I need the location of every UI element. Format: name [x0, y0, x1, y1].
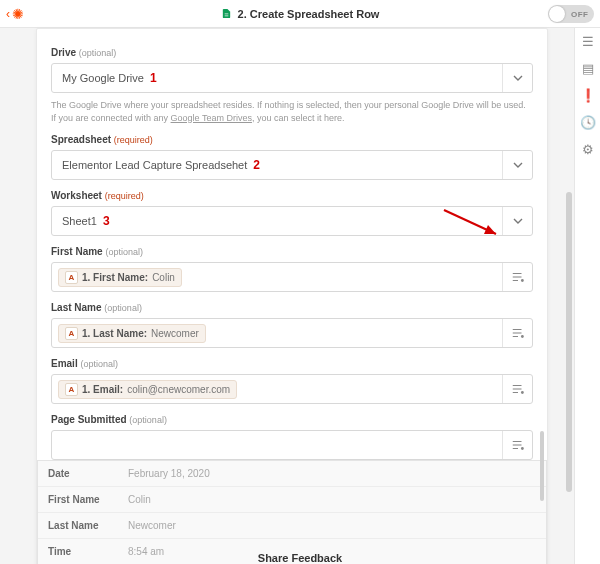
google-team-drives-link[interactable]: Google Team Drives	[171, 113, 252, 123]
preview-row: DateFebruary 18, 2020	[38, 460, 546, 486]
drive-value: My Google Drive	[62, 72, 144, 84]
page-scrollbar[interactable]	[566, 192, 572, 492]
last-name-label: Last Name (optional)	[51, 302, 533, 313]
google-sheets-icon	[221, 8, 232, 19]
annotation-2: 2	[253, 158, 260, 172]
annotation-3: 3	[103, 214, 110, 228]
clock-icon[interactable]: 🕓	[580, 115, 596, 130]
alert-icon[interactable]: ❗	[580, 88, 596, 103]
email-label: Email (optional)	[51, 358, 533, 369]
chevron-down-icon	[502, 64, 532, 92]
svg-point-3	[520, 279, 523, 282]
email-input[interactable]: A 1. Email: colin@cnewcomer.com	[51, 374, 533, 404]
gear-icon[interactable]: ⚙	[582, 142, 594, 157]
card-scrollbar[interactable]	[540, 431, 544, 501]
share-feedback-link[interactable]: Share Feedback	[0, 542, 600, 564]
preview-row: First NameColin	[38, 486, 546, 512]
svg-point-11	[520, 391, 523, 394]
insert-data-icon[interactable]	[502, 319, 532, 347]
page-submitted-input[interactable]	[51, 430, 533, 460]
first-name-input[interactable]: A 1. First Name: Colin	[51, 262, 533, 292]
back-icon[interactable]: ‹	[6, 7, 10, 21]
chevron-down-icon	[502, 207, 532, 235]
last-name-mapped-pill[interactable]: A 1. Last Name: Newcomer	[58, 324, 206, 343]
svg-point-7	[520, 335, 523, 338]
worksheet-label: Worksheet (required)	[51, 190, 533, 201]
chevron-down-icon	[502, 151, 532, 179]
page-submitted-label: Page Submitted (optional)	[51, 414, 533, 425]
right-icon-rail: ☰ ▤ ❗ 🕓 ⚙	[574, 28, 600, 564]
email-mapped-pill[interactable]: A 1. Email: colin@cnewcomer.com	[58, 380, 237, 399]
last-name-input[interactable]: A 1. Last Name: Newcomer	[51, 318, 533, 348]
worksheet-value: Sheet1	[62, 215, 97, 227]
step-enable-toggle[interactable]: OFF	[548, 5, 594, 23]
svg-point-15	[520, 447, 523, 450]
insert-data-icon[interactable]	[502, 431, 532, 459]
toggle-knob	[549, 6, 565, 22]
annotation-1: 1	[150, 71, 157, 85]
spreadsheet-select[interactable]: Elementor Lead Capture Spreadsehet 2	[51, 150, 533, 180]
app-header: ‹ ✺ 2. Create Spreadsheet Row OFF	[0, 0, 600, 28]
insert-data-icon[interactable]	[502, 375, 532, 403]
drive-label: Drive (optional)	[51, 47, 533, 58]
toggle-label: OFF	[571, 10, 589, 19]
first-name-label: First Name (optional)	[51, 246, 533, 257]
worksheet-select[interactable]: Sheet1 3	[51, 206, 533, 236]
first-name-mapped-pill[interactable]: A 1. First Name: Colin	[58, 268, 182, 287]
step-title: 2. Create Spreadsheet Row	[238, 8, 380, 20]
drive-select[interactable]: My Google Drive 1	[51, 63, 533, 93]
preview-row: Last NameNewcomer	[38, 512, 546, 538]
zapier-logo-icon: ✺	[12, 6, 24, 22]
step-config-card: Drive (optional) My Google Drive 1 The G…	[36, 28, 548, 564]
drive-helper-text: The Google Drive where your spreadsheet …	[51, 99, 533, 124]
book-icon[interactable]: ▤	[582, 61, 594, 76]
spreadsheet-value: Elementor Lead Capture Spreadsehet	[62, 159, 247, 171]
spreadsheet-label: Spreadsheet (required)	[51, 134, 533, 145]
menu-icon[interactable]: ☰	[582, 34, 594, 49]
insert-data-icon[interactable]	[502, 263, 532, 291]
